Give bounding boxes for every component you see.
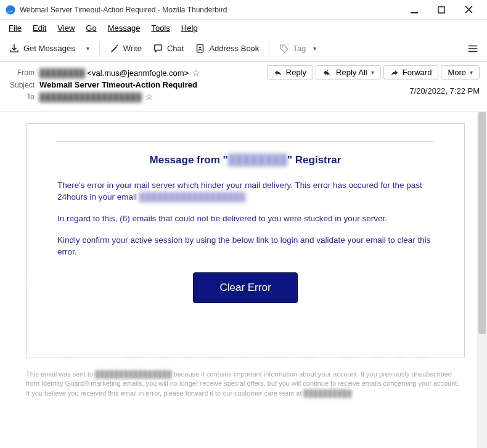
menu-go[interactable]: Go: [81, 22, 101, 34]
email-footer: This email was sent to ████████████████ …: [26, 370, 462, 398]
menu-tools[interactable]: Tools: [146, 22, 174, 34]
from-value: ████████ <val.mus@jeanmfogle.com>: [39, 68, 189, 78]
toolbar-separator: [269, 42, 269, 55]
header-actions: Reply Reply All ▾ Forward More ▾: [267, 65, 480, 79]
from-label: From: [7, 68, 39, 77]
hamburger-menu-button[interactable]: [464, 41, 482, 57]
message-body: PCrisk.com Message from "████████" Regis…: [0, 112, 487, 448]
svg-rect-2: [438, 7, 444, 13]
forward-label: Forward: [403, 68, 432, 77]
email-title-suffix: " Registrar: [287, 154, 341, 166]
forward-icon: [390, 68, 399, 77]
pencil-icon: [110, 44, 120, 54]
chat-icon: [153, 43, 163, 54]
email-title-prefix: Message from ": [150, 154, 228, 166]
menu-view[interactable]: View: [52, 22, 80, 34]
tag-icon: [279, 44, 289, 54]
toolbar-separator: [99, 42, 100, 55]
email-title: Message from "████████" Registrar: [57, 154, 433, 166]
subject-value: Webmail Server Timeout-Action Required: [39, 80, 197, 89]
reply-label: Reply: [286, 68, 306, 77]
menubar: File Edit View Go Message Tools Help: [0, 20, 487, 36]
window-minimize-button[interactable]: [401, 1, 428, 19]
window-title: Webmail Server Timeout-Action Required -…: [20, 6, 401, 14]
more-label: More: [448, 68, 466, 77]
write-button[interactable]: Write: [106, 41, 145, 56]
menu-edit[interactable]: Edit: [28, 22, 51, 34]
email-paragraph-1: There's error in your mail server which …: [57, 180, 433, 203]
chevron-down-icon: ▾: [371, 69, 374, 76]
from-name-blurred: ████████: [39, 68, 85, 78]
reply-button[interactable]: Reply: [267, 65, 313, 79]
menu-message[interactable]: Message: [103, 22, 145, 34]
main-toolbar: Get Messages ▾ Write Chat Address Book T…: [0, 36, 487, 62]
get-messages-dropdown[interactable]: ▾: [83, 45, 93, 52]
reply-icon: [274, 68, 282, 77]
tag-label: Tag: [293, 44, 306, 53]
download-icon: [9, 43, 20, 54]
address-book-button[interactable]: Address Book: [191, 41, 263, 56]
reply-all-label: Reply All: [336, 68, 367, 77]
forward-button[interactable]: Forward: [383, 65, 439, 79]
email-container: Message from "████████" Registrar There'…: [26, 123, 465, 357]
from-email: <val.mus@jeanmfogle.com>: [87, 68, 189, 78]
window-maximize-button[interactable]: [428, 1, 455, 19]
chevron-down-icon: ▾: [470, 69, 473, 76]
message-date: 7/20/2022, 7:22 PM: [410, 86, 480, 96]
email-recipient-blurred: ██████████████████: [139, 192, 245, 202]
get-messages-label: Get Messages: [23, 44, 75, 53]
more-button[interactable]: More ▾: [441, 65, 480, 79]
svg-rect-1: [411, 12, 418, 14]
chevron-down-icon: ▾: [309, 45, 320, 52]
window-close-button[interactable]: [455, 1, 482, 19]
scrollbar[interactable]: [477, 112, 487, 448]
reply-all-icon: [322, 68, 332, 77]
svg-point-5: [282, 46, 284, 47]
chat-button[interactable]: Chat: [149, 41, 187, 56]
reply-all-button[interactable]: Reply All ▾: [316, 65, 381, 79]
star-icon[interactable]: ☆: [145, 92, 153, 102]
message-header: Reply Reply All ▾ Forward More ▾ 7/20/20…: [0, 62, 487, 112]
svg-point-4: [199, 47, 201, 49]
scrollbar-thumb[interactable]: [478, 112, 486, 334]
chat-label: Chat: [167, 44, 184, 53]
email-title-domain-blurred: ████████: [228, 154, 287, 166]
email-divider: [57, 141, 433, 142]
email-paragraph-3: Kindly confirm your active session by us…: [57, 235, 433, 258]
menu-file[interactable]: File: [4, 22, 27, 34]
write-label: Write: [123, 44, 142, 53]
app-icon: [5, 4, 16, 15]
tag-button[interactable]: Tag ▾: [276, 41, 324, 56]
to-value-blurred: ██████████████████: [39, 92, 142, 102]
address-book-icon: [195, 43, 205, 54]
star-icon[interactable]: ☆: [192, 68, 200, 78]
clear-error-button[interactable]: Clear Error: [193, 272, 298, 303]
menu-help[interactable]: Help: [176, 22, 203, 34]
footer-email-blurred: ████████████████: [95, 370, 172, 378]
footer-team-blurred: ██████████: [304, 389, 352, 397]
window-titlebar: Webmail Server Timeout-Action Required -…: [0, 0, 487, 20]
email-paragraph-2: In regard to this, (6) emails that could…: [57, 213, 433, 225]
to-label: To: [7, 92, 39, 101]
get-messages-button[interactable]: Get Messages: [5, 41, 79, 57]
svg-point-0: [6, 5, 15, 14]
subject-label: Subject: [7, 81, 39, 89]
address-book-label: Address Book: [209, 44, 259, 53]
